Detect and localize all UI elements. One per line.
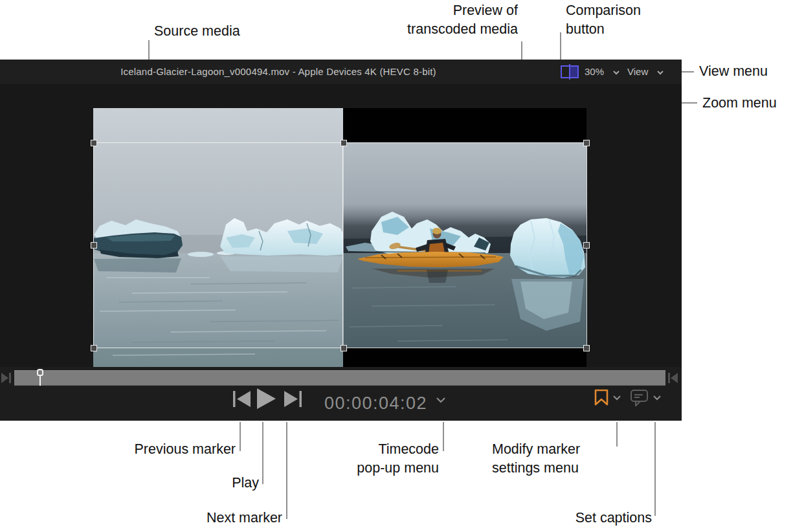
chevron-down-icon[interactable] — [653, 395, 662, 401]
zoom-menu-control[interactable]: 30% — [585, 60, 604, 84]
preview-viewer — [0, 84, 682, 367]
callout-line-set-captions — [654, 422, 656, 516]
letterbox-top — [343, 108, 586, 142]
timecode-value: 00:00:04:02 — [324, 393, 427, 413]
transport-bar: 00:00:04:02 — [0, 388, 682, 421]
callout-source-media: Source media — [154, 22, 240, 41]
documentation-figure: Source media Preview of transcoded media… — [0, 0, 804, 532]
callout-preview-transcoded: Preview of transcoded media — [407, 1, 518, 39]
view-menu-control[interactable]: View — [627, 60, 648, 84]
marker-bookmark-icon[interactable] — [594, 389, 610, 406]
preview-title-bar: Iceland-Glacier-Lagoon_v000494.mov - App… — [0, 60, 682, 84]
zoom-value: 30% — [585, 66, 604, 77]
compressor-preview-window: Iceland-Glacier-Lagoon_v000494.mov - App… — [0, 60, 682, 421]
callout-line-modify-marker — [616, 422, 618, 447]
callout-next-marker: Next marker — [207, 509, 282, 527]
callout-play: Play — [232, 474, 259, 493]
callout-view-menu: View menu — [699, 62, 768, 81]
playhead-pin-icon[interactable] — [36, 369, 45, 387]
comparison-button[interactable] — [560, 63, 579, 83]
previous-marker-button[interactable] — [232, 391, 252, 407]
media-title: Iceland-Glacier-Lagoon_v000494.mov - App… — [0, 60, 557, 84]
crop-handle-top-left[interactable] — [91, 140, 97, 146]
chevron-down-icon — [612, 70, 620, 75]
callout-line-timecode — [443, 422, 444, 451]
scrubber-track[interactable] — [14, 370, 665, 386]
crop-handle-bottom-right[interactable] — [583, 345, 590, 351]
crop-selection[interactable] — [93, 142, 587, 348]
play-button[interactable] — [255, 388, 278, 409]
crop-handle-middle-left[interactable] — [91, 242, 97, 249]
callout-zoom-menu: Zoom menu — [702, 94, 777, 113]
crop-handle-bottom-left[interactable] — [91, 345, 97, 351]
chevron-down-icon — [656, 70, 664, 75]
callout-set-captions: Set captions — [575, 509, 652, 527]
callout-line-comparison — [560, 32, 561, 62]
view-label: View — [627, 66, 648, 77]
jump-end-icon[interactable] — [667, 371, 678, 384]
callout-timecode-popup: Timecode pop-up menu — [357, 440, 439, 478]
callout-line-next-marker — [286, 422, 287, 519]
callout-line-previous-marker — [240, 422, 241, 451]
callout-line-play — [262, 422, 263, 484]
callout-previous-marker: Previous marker — [134, 440, 236, 459]
jump-start-icon[interactable] — [1, 371, 12, 384]
timecode-popup-menu[interactable]: 00:00:04:02 — [322, 393, 429, 414]
comparison-split-rectangle-icon — [560, 63, 579, 80]
crop-handle-top-right[interactable] — [583, 140, 590, 146]
letterbox-bottom — [343, 348, 586, 367]
callout-comparison-button: Comparison button — [566, 1, 641, 39]
captions-bubble-icon[interactable] — [630, 389, 649, 407]
chevron-down-icon[interactable] — [612, 395, 621, 401]
crop-handle-middle-right[interactable] — [583, 242, 590, 249]
callout-modify-marker: Modify marker settings menu — [492, 440, 580, 478]
crop-handle-top-middle[interactable] — [341, 140, 347, 146]
scrubber-row — [0, 367, 682, 388]
chevron-down-icon[interactable] — [436, 397, 446, 404]
crop-handle-bottom-middle[interactable] — [341, 345, 347, 351]
next-marker-button[interactable] — [283, 391, 303, 407]
